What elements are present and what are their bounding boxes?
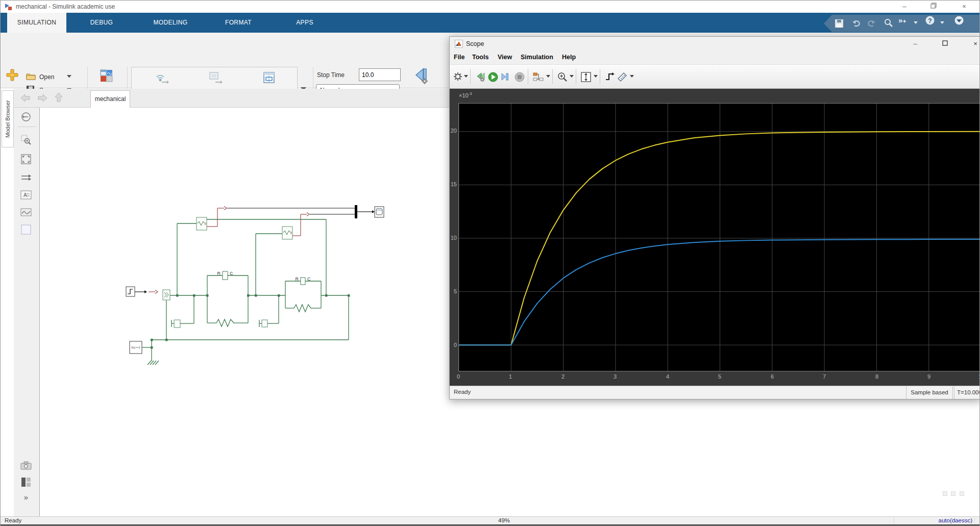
screenshot-icon[interactable] [20, 460, 32, 471]
scope-run-icon[interactable] [487, 71, 499, 83]
scope-block[interactable] [375, 207, 384, 217]
log-signals-icon[interactable] [155, 71, 169, 85]
solver-configuration-block[interactable]: f(x) = 0 [130, 341, 142, 354]
x-tick-2: 2 [557, 373, 569, 380]
open-icon[interactable] [26, 72, 36, 80]
x-tick-3: 3 [609, 373, 621, 380]
tab-debug[interactable]: DEBUG [66, 13, 137, 33]
add-viewer-icon[interactable] [208, 71, 223, 85]
scope-status-ready: Ready [454, 389, 471, 395]
x-tick-9: 9 [923, 373, 935, 380]
document-tab-mechanical[interactable]: mechanical [90, 90, 130, 108]
model-diagram: R C R C f(x) = 0 [118, 202, 394, 370]
save-icon[interactable] [834, 18, 844, 29]
undo-icon[interactable] [852, 18, 861, 28]
close-icon[interactable]: × [957, 2, 972, 12]
signal-table-icon[interactable] [262, 71, 276, 85]
forward-icon[interactable] [37, 93, 48, 103]
scope-menu-file[interactable]: File [454, 54, 465, 61]
scope-minimize-icon[interactable]: – [908, 39, 923, 49]
scope-signal-config-icon[interactable] [533, 71, 544, 83]
tab-simulation[interactable]: SIMULATION [7, 13, 66, 33]
solver-label: f(x) = 0 [131, 346, 140, 349]
search-icon[interactable] [884, 18, 893, 28]
quick-access-toolbar: »✦ ? [824, 15, 980, 32]
back-icon[interactable] [20, 93, 31, 103]
scope-step-back-icon[interactable] [475, 71, 486, 83]
scope-title-bar[interactable]: Scope – × [450, 37, 980, 51]
scope-measurements-icon[interactable] [617, 71, 628, 83]
x-tick-6: 6 [767, 373, 778, 380]
stop-time-input[interactable] [359, 68, 401, 81]
motion-sensor-block-1[interactable] [197, 217, 207, 230]
hide-browser-icon[interactable] [20, 111, 32, 122]
minimize-icon[interactable]: – [897, 2, 912, 12]
signal-routing-icon[interactable] [20, 172, 32, 183]
mass-block-2[interactable] [262, 320, 267, 327]
restore-icon[interactable] [926, 2, 941, 12]
open-dropdown-icon[interactable] [67, 75, 71, 78]
capture-layout-icon[interactable] [20, 477, 32, 488]
image-icon[interactable] [20, 207, 32, 218]
library-browser-icon[interactable] [100, 69, 113, 82]
redo-icon[interactable] [867, 18, 876, 28]
help-dropdown-icon[interactable] [940, 21, 944, 24]
scope-settings-gear-icon[interactable] [453, 71, 463, 82]
scope-fit-axes-icon[interactable] [580, 71, 592, 83]
open-button[interactable]: Open [39, 73, 54, 81]
help-icon[interactable]: ? [925, 15, 935, 28]
damper-block-1[interactable] [223, 271, 228, 280]
title-bar[interactable]: mechanical - Simulink academic use – × [1, 1, 980, 13]
step-back-icon[interactable] [412, 67, 429, 85]
favorites-icon[interactable]: »✦ [898, 16, 906, 24]
scope-menu-view[interactable]: View [498, 54, 512, 61]
tab-format[interactable]: FORMAT [204, 13, 273, 33]
r-label-2: R [296, 277, 299, 282]
favorites-dropdown-icon[interactable] [914, 21, 918, 24]
up-icon[interactable] [54, 92, 64, 103]
tab-apps[interactable]: APPS [273, 13, 337, 33]
scope-zoom-dropdown-icon[interactable] [570, 75, 574, 78]
x-tick-0: 0 [453, 373, 464, 380]
scope-settings-dropdown-icon[interactable] [464, 75, 468, 78]
zoom-select-icon[interactable] [20, 134, 32, 145]
x-tick-4: 4 [662, 373, 673, 380]
damper-block-2[interactable] [301, 278, 305, 285]
expand-palette-icon[interactable]: » [20, 493, 32, 504]
scope-status-bar: Ready Sample based T=10.000 [450, 386, 980, 399]
y-tick-10: 10 [450, 235, 457, 241]
mass-block-1[interactable] [174, 320, 180, 328]
tab-modeling[interactable]: MODELING [137, 13, 204, 33]
area-box-icon[interactable] [20, 224, 32, 235]
scope-trigger-icon[interactable] [604, 71, 616, 83]
scope-step-forward-icon[interactable] [500, 71, 511, 83]
status-bar: Ready 49% auto(daessc) [1, 516, 980, 524]
scope-fit-dropdown-icon[interactable] [594, 75, 598, 78]
motion-sensor-block-2[interactable] [282, 227, 292, 239]
mux-block[interactable] [355, 205, 357, 218]
scope-menu-simulation[interactable]: Simulation [521, 54, 553, 61]
scope-signal-dropdown-icon[interactable] [546, 75, 550, 78]
new-model-icon[interactable] [6, 68, 19, 82]
status-solver[interactable]: auto(daessc) [914, 517, 972, 523]
scope-maximize-icon[interactable] [937, 39, 952, 49]
canvas-corner-controls[interactable] [943, 489, 964, 498]
model-browser-tab[interactable]: Model Browser [2, 90, 14, 147]
annotation-icon[interactable]: A [20, 189, 32, 201]
simulink-ps-converter-block[interactable] [163, 290, 170, 300]
toolstrip-collapse-icon[interactable] [954, 15, 964, 28]
scope-window: Scope – × File Tools View Simulation Hel… [449, 36, 980, 399]
y-tick-15: 15 [450, 181, 457, 187]
scope-menu-tools[interactable]: Tools [472, 54, 488, 61]
fit-to-view-icon[interactable] [20, 154, 32, 165]
scope-title: Scope [466, 40, 484, 47]
step-block[interactable] [126, 287, 135, 296]
scope-measure-dropdown-icon[interactable] [630, 75, 634, 78]
document-tab-strip: mechanical [14, 89, 449, 108]
status-zoom[interactable]: 49% [498, 517, 510, 523]
stop-time-label: Stop Time [317, 71, 345, 79]
scope-menu-help[interactable]: Help [562, 54, 576, 61]
scope-zoom-icon[interactable] [557, 71, 568, 83]
scope-close-icon[interactable]: × [968, 39, 980, 49]
scope-stop-icon[interactable] [514, 71, 525, 83]
